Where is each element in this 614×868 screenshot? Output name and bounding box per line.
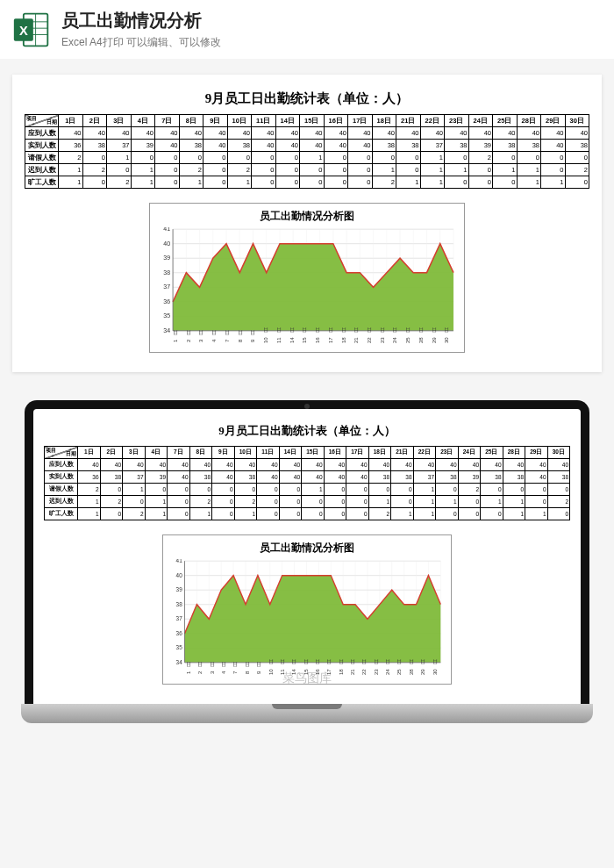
table-cell: 0 [100, 484, 123, 496]
day-header: 23日 [436, 447, 459, 459]
table-cell: 0 [324, 176, 348, 189]
svg-text:37: 37 [176, 615, 182, 622]
svg-text:36: 36 [163, 298, 170, 305]
table-cell: 40 [189, 459, 212, 471]
table-cell: 0 [436, 484, 459, 496]
row-label: 迟到人数 [25, 164, 59, 176]
table-cell: 40 [279, 459, 302, 471]
chart-x-tick: 8日 [245, 664, 256, 680]
table-cell: 0 [368, 484, 391, 496]
table-cell: 39 [458, 471, 481, 484]
table-cell: 1 [445, 164, 469, 176]
chart-title: 员工出勤情况分析图 [157, 209, 457, 224]
chart-x-tick: 17日 [328, 333, 341, 348]
chart-x-tick: 23日 [380, 333, 393, 348]
table-cell: 40 [302, 471, 325, 484]
chart-x-tick: 22日 [367, 333, 380, 348]
table-cell: 40 [82, 127, 107, 140]
day-header: 29日 [525, 447, 548, 459]
attendance-table: 项目日期1日2日3日4日7日8日9日10日11日14日15日16日17日18日2… [44, 446, 570, 520]
day-header: 30日 [565, 115, 589, 127]
table-cell: 1 [413, 496, 436, 508]
table-cell: 1 [436, 496, 459, 508]
chart-x-tick: 18日 [341, 333, 354, 348]
table-cell: 0 [445, 176, 469, 189]
table-cell: 1 [481, 496, 503, 508]
table-cell: 40 [203, 140, 228, 152]
table-cell: 40 [155, 140, 180, 152]
chart-x-tick: 30日 [444, 333, 457, 348]
table-cell: 0 [372, 152, 396, 164]
table-cell: 0 [257, 484, 280, 496]
table-cell: 0 [168, 484, 190, 496]
table-cell: 0 [348, 164, 373, 176]
document-title: 9月员工日出勤统计表（单位：人） [25, 90, 589, 107]
table-cell: 1 [78, 496, 101, 508]
laptop-screen: 9月员工日出勤统计表（单位：人） 项目日期1日2日3日4日7日8日9日10日11… [25, 400, 589, 704]
table-cell: 0 [541, 164, 566, 176]
chart-x-labels: 1日2日3日4日7日8日9日10日11日14日15日16日17日18日21日22… [186, 664, 444, 680]
chart-title: 员工出勤情况分析图 [170, 541, 444, 556]
table-cell: 38 [493, 140, 518, 152]
table-cell: 1 [145, 508, 168, 520]
table-cell: 1 [420, 152, 445, 164]
table-cell: 40 [145, 459, 168, 471]
table-cell: 1 [420, 164, 445, 176]
table-cell: 40 [155, 127, 180, 140]
table-cell: 40 [168, 459, 190, 471]
chart-x-tick: 24日 [392, 333, 405, 348]
table-cell: 40 [436, 459, 459, 471]
table-cell: 1 [517, 164, 541, 176]
table-cell: 40 [413, 459, 436, 471]
table-cell: 0 [279, 508, 302, 520]
day-header: 25日 [481, 447, 503, 459]
table-cell: 40 [123, 459, 146, 471]
table-cell: 40 [275, 140, 300, 152]
table-cell: 1 [131, 176, 155, 189]
table-cell: 1 [493, 164, 518, 176]
day-header: 3日 [107, 115, 132, 127]
table-cell: 39 [468, 140, 493, 152]
table-cell: 0 [324, 152, 348, 164]
table-cell: 40 [252, 140, 276, 152]
table-cell: 0 [565, 152, 589, 164]
table-cell: 1 [413, 484, 436, 496]
svg-text:41: 41 [176, 559, 182, 563]
table-cell: 0 [324, 164, 348, 176]
table-cell: 40 [541, 140, 566, 152]
table-cell: 1 [503, 496, 525, 508]
table-cell: 0 [203, 152, 228, 164]
day-header: 4日 [145, 447, 168, 459]
table-cell: 0 [252, 164, 276, 176]
table-cell: 40 [493, 127, 518, 140]
table-cell: 40 [275, 127, 300, 140]
svg-text:35: 35 [176, 644, 182, 651]
table-cell: 37 [123, 471, 146, 484]
table-cell: 0 [346, 508, 369, 520]
chart-x-tick: 3日 [210, 664, 221, 680]
table-cell: 1 [123, 484, 146, 496]
table-cell: 0 [391, 484, 414, 496]
document-preview-card: 9月员工日出勤统计表（单位：人） 项目日期1日2日3日4日7日8日9日10日11… [12, 75, 602, 372]
day-header: 15日 [300, 115, 325, 127]
table-cell: 0 [324, 508, 346, 520]
table-cell: 1 [107, 152, 132, 164]
table-cell: 0 [212, 496, 235, 508]
chart-x-tick: 16日 [315, 333, 328, 348]
table-cell: 38 [517, 140, 541, 152]
table-cell: 2 [368, 508, 391, 520]
table-cell: 0 [155, 176, 180, 189]
table-cell: 1 [503, 508, 525, 520]
table-cell: 1 [396, 176, 421, 189]
table-cell: 0 [468, 164, 493, 176]
laptop-mock: 9月员工日出勤统计表（单位：人） 项目日期1日2日3日4日7日8日9日10日11… [12, 388, 602, 723]
table-cell: 40 [168, 471, 190, 484]
table-cell: 0 [203, 176, 228, 189]
table-cell: 0 [391, 496, 414, 508]
table-cell: 0 [100, 508, 123, 520]
table-cell: 38 [436, 471, 459, 484]
chart-x-tick: 24日 [385, 664, 396, 680]
table-cell: 1 [541, 176, 566, 189]
table-cell: 38 [227, 140, 252, 152]
day-header: 3日 [123, 447, 146, 459]
